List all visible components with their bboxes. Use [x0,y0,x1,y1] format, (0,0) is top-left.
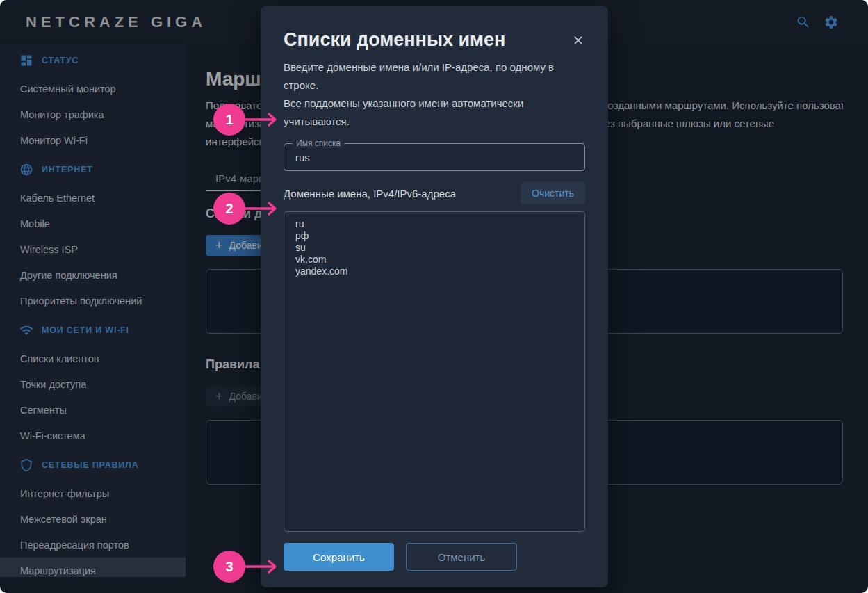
save-button[interactable]: Сохранить [284,543,394,571]
annotation-arrow-1 [244,111,281,128]
annotation-arrow-2 [244,200,281,217]
clear-button[interactable]: Очистить [521,182,585,204]
list-name-label: Имя списка [293,138,344,148]
annotation-badge-3: 3 [213,551,245,583]
close-icon[interactable] [571,33,585,47]
dialog-description-line: Все поддомены указанного имени автоматич… [284,95,585,131]
app-window: NETCRAZE GIGA СТАТУССистемный мониторМон… [0,0,868,593]
dialog-description: Введите доменные имена и/или IP-адреса, … [284,58,585,131]
dialog-description-line: Введите доменные имена и/или IP-адреса, … [284,58,585,95]
dialog-title: Списки доменных имен [284,29,585,50]
domains-label: Доменные имена, IPv4/IPv6-адреса [284,188,456,200]
annotation-arrow-3 [244,558,281,575]
list-name-field: Имя списка [284,143,585,171]
cancel-button[interactable]: Отменить [406,543,517,571]
domains-textarea-wrap: ru рф su vk.com yandex.com [284,211,585,532]
domains-textarea[interactable]: ru рф su vk.com yandex.com [284,212,584,531]
annotation-badge-2: 2 [213,193,245,225]
annotation-badge-1: 1 [213,104,245,136]
domain-lists-dialog: Списки доменных имен Введите доменные им… [261,6,608,587]
